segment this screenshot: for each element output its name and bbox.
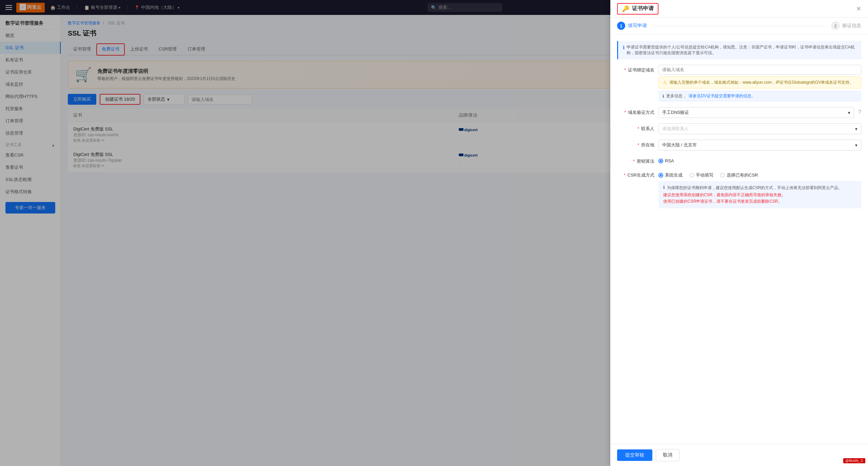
- keyalgo-radio-group: RSA: [658, 156, 861, 163]
- radio-circle-system: [658, 173, 663, 178]
- domain-warning: ⚠ 请输入完整的单个域名，域名格式例如：www.aliyun.com，IP证书仅…: [658, 77, 861, 88]
- csr-radio-group: 系统生成 手动填写 选择已有的CSR: [658, 170, 861, 178]
- step-2: 2 验证信息: [831, 22, 861, 30]
- step-2-label: 验证信息: [842, 23, 861, 29]
- csr-warn-2: 使用已创建的CSR申请证书，请不要在证书签发完成前删除CSR。: [663, 199, 856, 204]
- step-bar: 1 填写申请 2 验证信息: [610, 18, 868, 34]
- cancel-button[interactable]: 取消: [656, 449, 679, 461]
- panel-title-container: 🔑 证书申请: [617, 3, 658, 15]
- panel-body: ℹ 申请证书需要您提供的个人/公司信息提交给CA机构，请知悉。注意：非国产证书，…: [610, 34, 868, 444]
- contact-select[interactable]: 请选择联系人 ▾: [658, 123, 861, 134]
- chevron-down-icon-validation: ▾: [848, 110, 850, 115]
- csr-info-box: ℹ 为保障您的证书顺利申请，建议您使用默认生成CSR的方式，手动上传将无法部署到…: [658, 181, 861, 208]
- step-1-label: 填写申请: [628, 23, 647, 29]
- form-row-keyalgo: * 密钥算法 RSA: [617, 156, 861, 164]
- step-divider: [652, 26, 826, 26]
- domain-field[interactable]: [658, 65, 861, 75]
- info-icon-2: ℹ: [663, 94, 664, 99]
- step-1: 1 填写申请: [617, 22, 647, 30]
- radio-circle-existing: [720, 173, 725, 178]
- domain-form-content: ⚠ 请输入完整的单个域名，域名格式例如：www.aliyun.com，IP证书仅…: [658, 65, 861, 102]
- step-1-num: 1: [617, 22, 625, 30]
- panel-footer: 提交审核 取消: [610, 444, 868, 466]
- radio-manual-fill[interactable]: 手动填写: [689, 172, 713, 178]
- form-row-csr: * CSR生成方式 系统生成 手动填写 选择已有的CSR: [617, 170, 861, 208]
- info-icon: ℹ: [623, 45, 625, 50]
- panel-close-button[interactable]: ✕: [856, 5, 861, 13]
- form-row-location: * 所在地 中国大陆 / 北京市 ▾: [617, 140, 861, 150]
- csr-main-info: ℹ 为保障您的证书顺利申请，建议您使用默认生成CSR的方式，手动上传将无法部署到…: [663, 185, 856, 191]
- label-validation: * 域名验证方式: [617, 107, 654, 116]
- domain-info-box: ℹ 更多信息，请参见DV证书提交需要申请的信息。: [658, 90, 861, 102]
- panel-header: 🔑 证书申请 ✕: [610, 0, 868, 18]
- contact-form-content: 请选择联系人 ▾: [658, 123, 861, 134]
- question-icon-validation[interactable]: ?: [858, 109, 861, 115]
- warning-icon: ⚠: [663, 80, 667, 85]
- radio-existing-csr[interactable]: 选择已有的CSR: [720, 172, 758, 178]
- keyalgo-form-content: RSA: [658, 156, 861, 163]
- info-icon-csr: ℹ: [663, 185, 665, 190]
- submit-button[interactable]: 提交审核: [617, 449, 652, 461]
- form-row-validation: * 域名验证方式 手工DNS验证 ▾ ?: [617, 107, 861, 118]
- chevron-down-icon-location: ▾: [855, 143, 857, 148]
- location-form-content: 中国大陆 / 北京市 ▾: [658, 140, 861, 150]
- info-alert: ℹ 申请证书需要您提供的个人/公司信息提交给CA机构，请知悉。注意：非国产证书，…: [617, 41, 861, 59]
- dv-cert-link[interactable]: 请参见DV证书提交需要申请的信息。: [689, 93, 755, 99]
- label-domain: * 证书绑定域名: [617, 65, 654, 73]
- label-location: * 所在地: [617, 140, 654, 148]
- radio-circle-manual: [689, 173, 694, 178]
- label-csr: * CSR生成方式: [617, 170, 654, 178]
- cert-apply-panel: 🔑 证书申请 ✕ 1 填写申请 2 验证信息 ℹ 申请证书需要您提供的个人/公司…: [610, 0, 868, 466]
- validation-form-content: 手工DNS验证 ▾: [658, 107, 854, 118]
- panel-title-text: 证书申请: [632, 5, 654, 12]
- key-icon: 🔑: [622, 5, 629, 13]
- step-2-num: 2: [831, 22, 840, 30]
- csr-form-content: 系统生成 手动填写 选择已有的CSR ℹ 为保障您的证书顺利申请，建议您使用默认…: [658, 170, 861, 208]
- validation-select[interactable]: 手工DNS验证 ▾: [658, 107, 854, 118]
- radio-circle-rsa: [658, 159, 663, 163]
- radio-system-gen[interactable]: 系统生成: [658, 172, 683, 178]
- location-select[interactable]: 中国大陆 / 北京市 ▾: [658, 140, 861, 150]
- csdn-badge: @Modify_G: [843, 458, 865, 463]
- label-keyalgo: * 密钥算法: [617, 156, 654, 164]
- csr-warn-1: 建议您使用系统创建的CSR，避免因内容不正确而导致的审核失败。: [663, 192, 856, 198]
- chevron-down-icon-contact: ▾: [855, 126, 857, 131]
- form-row-domain: * 证书绑定域名 ⚠ 请输入完整的单个域名，域名格式例如：www.aliyun.…: [617, 65, 861, 102]
- label-contact: * 联系人: [617, 123, 654, 132]
- radio-rsa[interactable]: RSA: [658, 158, 674, 163]
- form-row-contact: * 联系人 请选择联系人 ▾: [617, 123, 861, 134]
